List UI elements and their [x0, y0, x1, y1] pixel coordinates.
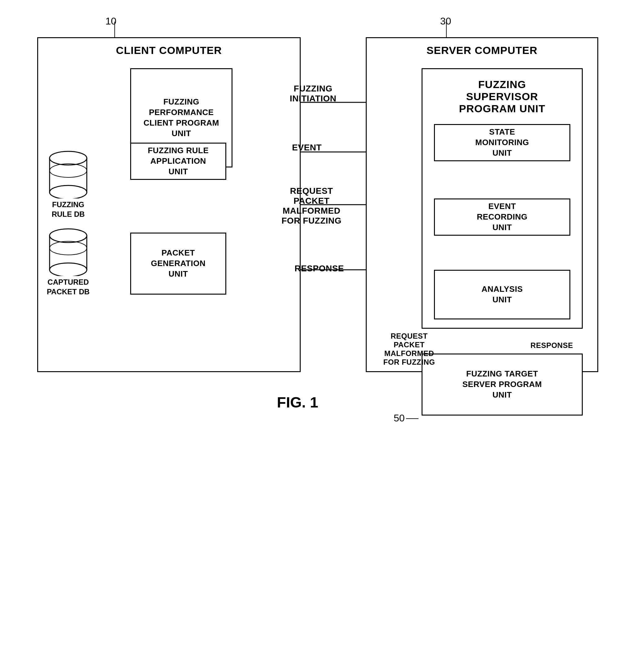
event-recording-box: EVENTRECORDINGUNIT — [434, 198, 570, 236]
fuzzing-rule-app-label: FUZZING RULEAPPLICATIONUNIT — [148, 145, 209, 177]
state-monitoring-box: STATEMONITORINGUNIT — [434, 124, 570, 161]
captured-packet-db-container: CAPTUREDPACKET DB — [47, 223, 90, 296]
state-monitoring-label: STATEMONITORINGUNIT — [475, 127, 529, 158]
ref-30: 30 — [440, 16, 451, 27]
fuzzing-supervisor-label: FUZZINGSUPERVISORPROGRAM UNIT — [423, 78, 582, 115]
packet-gen-label: PACKETGENERATIONUNIT — [151, 248, 205, 279]
request-label: REQUESTPACKETMALFORMEDFOR FUZZING — [245, 186, 378, 226]
response-bottom-label: RESPONSE — [527, 341, 577, 350]
ref-50: 50 — [394, 412, 405, 424]
event-recording-label: EVENTRECORDINGUNIT — [477, 201, 527, 233]
fuzzing-rule-app-box: FUZZING RULEAPPLICATIONUNIT — [130, 143, 226, 180]
client-computer-label: CLIENT COMPUTER — [38, 44, 300, 56]
svg-point-32 — [50, 229, 87, 242]
fuzzing-initiation-label: FUZZINGINITIATION — [248, 84, 378, 103]
captured-packet-db-icon — [47, 223, 90, 276]
captured-packet-db-label: CAPTUREDPACKET DB — [47, 277, 90, 296]
analysis-label: ANALYSISUNIT — [481, 284, 523, 305]
svg-point-29 — [50, 186, 87, 198]
fuzzing-target-label: FUZZING TARGETSERVER PROGRAMUNIT — [462, 369, 542, 400]
response-top-label: RESPONSE — [276, 264, 363, 273]
packet-gen-box: PACKETGENERATIONUNIT — [130, 233, 226, 295]
fuzzing-rule-db-icon — [47, 146, 90, 198]
request-bottom-label: REQUESTPACKETMALFORMEDFOR FUZZING — [372, 332, 446, 366]
fuzzing-rule-db-label: FUZZINGRULE DB — [52, 200, 85, 219]
fuzzing-rule-db-container: FUZZINGRULE DB — [47, 146, 90, 219]
svg-point-28 — [50, 151, 87, 165]
event-label: EVENT — [276, 143, 338, 152]
ref-10: 10 — [105, 16, 117, 27]
diagram-container: 10 30 14 12 16 18 20 40 42 44 46 50 CLIE… — [19, 13, 607, 632]
analysis-box: ANALYSISUNIT — [434, 270, 570, 319]
fig-label: FIG. 1 — [235, 394, 359, 411]
server-computer-label: SERVER COMPUTER — [367, 44, 597, 56]
svg-point-33 — [50, 263, 87, 276]
fuzzing-perf-label: FUZZINGPERFORMANCECLIENT PROGRAMUNIT — [144, 97, 219, 139]
